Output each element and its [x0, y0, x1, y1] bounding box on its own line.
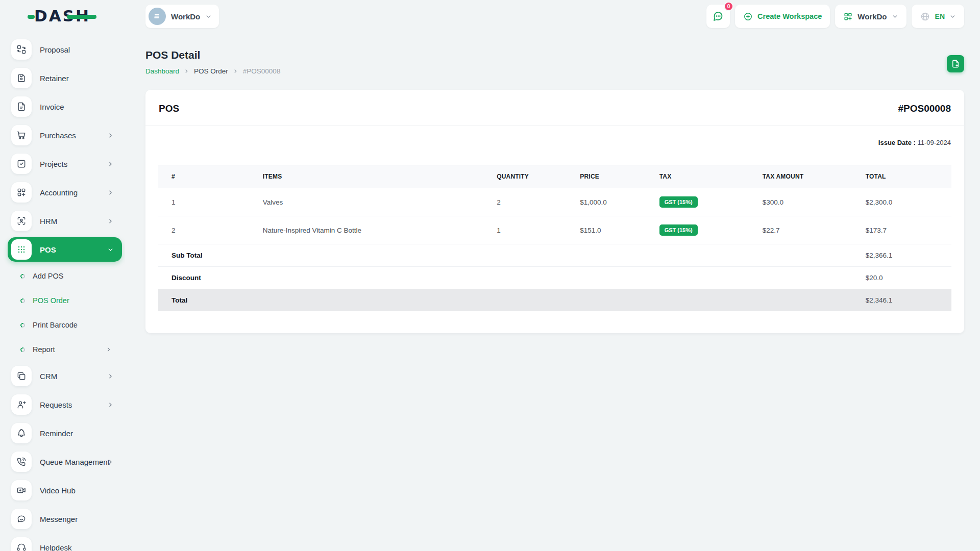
- cell-price: $151.0: [567, 216, 646, 244]
- messages-count-badge: 0: [724, 2, 733, 11]
- subtotal-label: Sub Total: [158, 244, 852, 267]
- chevron-down-icon: [107, 246, 114, 253]
- checkbox-icon: [11, 154, 32, 174]
- logo-bar: [67, 15, 96, 19]
- cell-quantity: 2: [483, 188, 567, 216]
- chevron-right-icon: [107, 132, 114, 139]
- sidebar-item-pos[interactable]: POS: [0, 235, 125, 264]
- messages-button[interactable]: 0: [706, 5, 730, 28]
- sidebar-item-requests[interactable]: Requests: [0, 390, 125, 419]
- cell-price: $1,000.0: [567, 188, 646, 216]
- chevron-right-icon: [107, 459, 114, 465]
- pos-number: #POS00008: [898, 103, 951, 114]
- chevron-right-icon: [107, 161, 114, 167]
- workdo-menu-button[interactable]: WorkDo: [835, 5, 906, 28]
- floppy-disk-icon: [11, 68, 32, 88]
- cell-item: Nature-Inspired Vitamin C Bottle: [250, 216, 483, 244]
- cell-tax-amount: $300.0: [749, 188, 852, 216]
- sidebar-item-invoice[interactable]: Invoice: [0, 92, 125, 121]
- sidebar-item-pos-active[interactable]: POS: [8, 237, 122, 262]
- table-row: 1 Valves 2 $1,000.0 GST (15%) $300.0 $2,…: [158, 188, 951, 216]
- sidebar-subitem-pos-order[interactable]: POS Order: [0, 288, 125, 313]
- transform-icon: [11, 39, 32, 60]
- column-header-price: PRICE: [567, 165, 646, 188]
- column-header-total: TOTAL: [852, 165, 951, 188]
- sidebar-item-label: CRM: [40, 372, 57, 381]
- discount-label: Discount: [158, 267, 852, 289]
- dash-logo: DASH: [34, 7, 101, 27]
- table-row: 2 Nature-Inspired Vitamin C Bottle 1 $15…: [158, 216, 951, 244]
- sidebar: Proposal Retainer Invoice Purchases: [0, 33, 125, 551]
- export-pos-button[interactable]: [947, 55, 964, 72]
- pos-detail-card: POS #POS00008 Issue Date : 11-09-2024 # …: [145, 90, 964, 333]
- breadcrumb-dashboard-link[interactable]: Dashboard: [145, 67, 179, 75]
- sidebar-item-proposal[interactable]: Proposal: [0, 35, 125, 64]
- sidebar-item-label: Invoice: [40, 103, 64, 111]
- user-plus-icon: [11, 394, 32, 415]
- sidebar-item-queue-management[interactable]: Queue Management: [0, 447, 125, 476]
- sidebar-subitem-label: Report: [33, 345, 55, 354]
- cell-total: $173.7: [852, 216, 951, 244]
- tax-badge: GST (15%): [659, 224, 698, 236]
- chevron-down-icon: [892, 13, 898, 20]
- page-title: POS Detail: [145, 49, 980, 61]
- sidebar-item-purchases[interactable]: Purchases: [0, 121, 125, 149]
- circle-plus-icon: [743, 12, 753, 21]
- cell-total: $2,300.0: [852, 188, 951, 216]
- chevron-right-icon: [107, 189, 114, 196]
- sidebar-subitem-print-barcode[interactable]: Print Barcode: [0, 313, 125, 337]
- total-label: Total: [158, 289, 852, 312]
- sidebar-item-label: HRM: [40, 217, 57, 226]
- sidebar-item-video-hub[interactable]: Video Hub: [0, 476, 125, 505]
- sidebar-subitem-add-pos[interactable]: Add POS: [0, 264, 125, 288]
- cell-num: 1: [158, 188, 250, 216]
- card-title: POS: [159, 103, 179, 114]
- building-icon: [153, 12, 162, 21]
- copy-icon: [11, 366, 32, 386]
- column-header-quantity: QUANTITY: [483, 165, 567, 188]
- workspace-selector[interactable]: WorkDo: [145, 5, 219, 28]
- issue-date-label: Issue Date :: [878, 139, 916, 146]
- sidebar-item-label: Purchases: [40, 131, 76, 140]
- workdo-menu-label: WorkDo: [857, 12, 887, 21]
- bullet-icon: [20, 346, 26, 353]
- create-workspace-button[interactable]: Create Workspace: [735, 5, 830, 28]
- topbar: DASH WorkDo 0 Create Workspace: [0, 0, 980, 33]
- table-header-row: # ITEMS QUANTITY PRICE TAX TAX AMOUNT TO…: [158, 165, 951, 188]
- sidebar-item-projects[interactable]: Projects: [0, 149, 125, 178]
- breadcrumb: Dashboard POS Order #POS00008: [145, 67, 980, 75]
- apps-grid-icon: [11, 239, 32, 260]
- grid-plus-icon: [11, 182, 32, 203]
- sidebar-subitem-report[interactable]: Report: [0, 337, 125, 362]
- sidebar-item-label: Projects: [40, 160, 67, 168]
- sidebar-item-label: Retainer: [40, 74, 69, 83]
- chevron-right-icon: [106, 346, 112, 353]
- sidebar-item-hrm[interactable]: HRM: [0, 207, 125, 235]
- sidebar-item-accounting[interactable]: Accounting: [0, 178, 125, 207]
- create-workspace-label: Create Workspace: [757, 12, 822, 20]
- breadcrumb-pos-order: POS Order: [194, 67, 228, 75]
- sidebar-item-crm[interactable]: CRM: [0, 362, 125, 390]
- bullet-icon: [20, 297, 26, 304]
- chevron-right-icon: [233, 68, 238, 74]
- workspace-avatar: [149, 8, 166, 25]
- sidebar-item-messenger[interactable]: Messenger: [0, 505, 125, 533]
- breadcrumb-current: #POS00008: [243, 67, 281, 75]
- chevron-right-icon: [107, 218, 114, 224]
- column-header-items: ITEMS: [250, 165, 483, 188]
- language-label: EN: [935, 12, 945, 20]
- issue-date: Issue Date : 11-09-2024: [145, 126, 964, 146]
- total-value: $2,346.1: [852, 289, 951, 312]
- card-header: POS #POS00008: [145, 90, 964, 114]
- cell-item: Valves: [250, 188, 483, 216]
- chevron-right-icon: [107, 373, 114, 380]
- sidebar-item-retainer[interactable]: Retainer: [0, 64, 125, 92]
- subtotal-row: Sub Total $2,366.1: [158, 244, 951, 267]
- sidebar-item-reminder[interactable]: Reminder: [0, 419, 125, 447]
- sidebar-item-label: Proposal: [40, 45, 70, 54]
- sidebar-item-helpdesk[interactable]: Helpdesk: [0, 533, 125, 551]
- sidebar-item-label: Video Hub: [40, 486, 76, 495]
- phone-call-icon: [11, 452, 32, 472]
- language-selector[interactable]: EN: [912, 5, 964, 28]
- discount-row: Discount $20.0: [158, 267, 951, 289]
